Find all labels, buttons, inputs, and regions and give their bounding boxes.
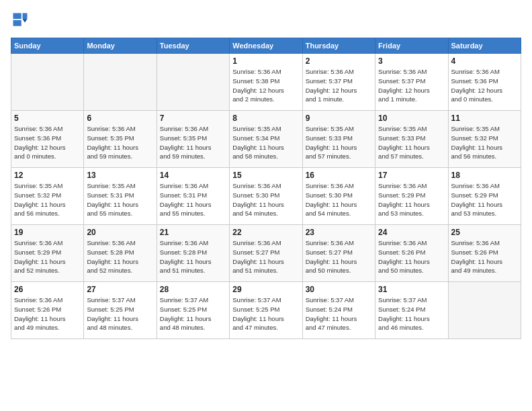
day-number: 23 xyxy=(306,228,372,237)
day-number: 30 xyxy=(306,285,372,294)
calendar-cell: 10Sunrise: 5:35 AMSunset: 5:33 PMDayligh… xyxy=(375,111,448,168)
day-info: Sunrise: 5:36 AMSunset: 5:26 PMDaylight:… xyxy=(378,238,445,275)
weekday-header-tuesday: Tuesday xyxy=(157,38,229,54)
page-header xyxy=(11,11,521,30)
calendar-cell: 22Sunrise: 5:36 AMSunset: 5:27 PMDayligh… xyxy=(230,225,302,282)
day-info: Sunrise: 5:37 AMSunset: 5:25 PMDaylight:… xyxy=(232,295,299,332)
day-number: 8 xyxy=(232,113,299,123)
calendar-cell: 13Sunrise: 5:35 AMSunset: 5:31 PMDayligh… xyxy=(84,168,157,225)
day-number: 9 xyxy=(306,113,372,123)
day-number: 18 xyxy=(451,171,518,180)
weekday-header-friday: Friday xyxy=(375,38,448,54)
week-row-1: 1Sunrise: 5:36 AMSunset: 5:38 PMDaylight… xyxy=(11,54,521,111)
day-info: Sunrise: 5:36 AMSunset: 5:28 PMDaylight:… xyxy=(87,238,153,275)
calendar-cell: 3Sunrise: 5:36 AMSunset: 5:37 PMDaylight… xyxy=(375,54,448,111)
week-row-4: 19Sunrise: 5:36 AMSunset: 5:29 PMDayligh… xyxy=(11,225,521,282)
day-info: Sunrise: 5:35 AMSunset: 5:32 PMDaylight:… xyxy=(14,181,81,218)
calendar-cell: 7Sunrise: 5:36 AMSunset: 5:35 PMDaylight… xyxy=(157,111,229,168)
day-info: Sunrise: 5:36 AMSunset: 5:31 PMDaylight:… xyxy=(160,181,226,218)
day-number: 24 xyxy=(378,228,445,237)
day-info: Sunrise: 5:35 AMSunset: 5:31 PMDaylight:… xyxy=(87,181,153,218)
calendar-cell xyxy=(448,282,521,339)
day-info: Sunrise: 5:36 AMSunset: 5:30 PMDaylight:… xyxy=(306,181,372,218)
weekday-header-monday: Monday xyxy=(84,38,157,54)
day-info: Sunrise: 5:36 AMSunset: 5:38 PMDaylight:… xyxy=(232,67,299,104)
calendar-cell: 30Sunrise: 5:37 AMSunset: 5:24 PMDayligh… xyxy=(302,282,375,339)
calendar-cell xyxy=(157,54,229,111)
calendar-cell: 4Sunrise: 5:36 AMSunset: 5:36 PMDaylight… xyxy=(448,54,521,111)
day-info: Sunrise: 5:36 AMSunset: 5:36 PMDaylight:… xyxy=(451,67,518,104)
calendar-cell: 20Sunrise: 5:36 AMSunset: 5:28 PMDayligh… xyxy=(84,225,157,282)
day-number: 25 xyxy=(451,228,518,237)
svg-marker-1 xyxy=(23,19,28,22)
svg-rect-3 xyxy=(13,20,21,26)
calendar-cell: 16Sunrise: 5:36 AMSunset: 5:30 PMDayligh… xyxy=(302,168,375,225)
day-info: Sunrise: 5:36 AMSunset: 5:26 PMDaylight:… xyxy=(14,295,81,332)
day-number: 5 xyxy=(14,113,81,123)
day-number: 26 xyxy=(14,285,81,294)
calendar-cell: 24Sunrise: 5:36 AMSunset: 5:26 PMDayligh… xyxy=(375,225,448,282)
day-number: 6 xyxy=(87,113,153,123)
day-info: Sunrise: 5:36 AMSunset: 5:30 PMDaylight:… xyxy=(232,181,299,218)
day-info: Sunrise: 5:36 AMSunset: 5:36 PMDaylight:… xyxy=(14,124,81,161)
week-row-3: 12Sunrise: 5:35 AMSunset: 5:32 PMDayligh… xyxy=(11,168,521,225)
calendar-cell: 23Sunrise: 5:36 AMSunset: 5:27 PMDayligh… xyxy=(302,225,375,282)
calendar-cell: 12Sunrise: 5:35 AMSunset: 5:32 PMDayligh… xyxy=(11,168,84,225)
calendar-cell: 26Sunrise: 5:36 AMSunset: 5:26 PMDayligh… xyxy=(11,282,84,339)
weekday-header-thursday: Thursday xyxy=(302,38,375,54)
day-info: Sunrise: 5:37 AMSunset: 5:25 PMDaylight:… xyxy=(87,295,153,332)
logo xyxy=(11,11,32,30)
calendar-cell: 21Sunrise: 5:36 AMSunset: 5:28 PMDayligh… xyxy=(157,225,229,282)
calendar-cell xyxy=(11,54,84,111)
day-number: 17 xyxy=(378,171,445,180)
week-row-2: 5Sunrise: 5:36 AMSunset: 5:36 PMDaylight… xyxy=(11,111,521,168)
weekday-header-sunday: Sunday xyxy=(11,38,84,54)
day-info: Sunrise: 5:36 AMSunset: 5:27 PMDaylight:… xyxy=(232,238,299,275)
day-number: 16 xyxy=(306,171,372,180)
day-info: Sunrise: 5:36 AMSunset: 5:29 PMDaylight:… xyxy=(378,181,445,218)
day-info: Sunrise: 5:36 AMSunset: 5:35 PMDaylight:… xyxy=(160,124,226,161)
calendar-cell: 28Sunrise: 5:37 AMSunset: 5:25 PMDayligh… xyxy=(157,282,229,339)
day-info: Sunrise: 5:35 AMSunset: 5:34 PMDaylight:… xyxy=(232,124,299,161)
day-info: Sunrise: 5:36 AMSunset: 5:29 PMDaylight:… xyxy=(14,238,81,275)
svg-marker-0 xyxy=(23,13,28,19)
svg-rect-2 xyxy=(13,13,21,19)
day-number: 2 xyxy=(306,56,372,66)
day-number: 14 xyxy=(160,171,226,180)
day-info: Sunrise: 5:36 AMSunset: 5:37 PMDaylight:… xyxy=(306,67,372,104)
day-number: 31 xyxy=(378,285,445,294)
day-info: Sunrise: 5:35 AMSunset: 5:33 PMDaylight:… xyxy=(306,124,372,161)
day-number: 7 xyxy=(160,113,226,123)
calendar-cell: 1Sunrise: 5:36 AMSunset: 5:38 PMDaylight… xyxy=(230,54,302,111)
day-number: 13 xyxy=(87,171,153,180)
day-number: 12 xyxy=(14,171,81,180)
weekday-header-wednesday: Wednesday xyxy=(230,38,302,54)
calendar-cell xyxy=(84,54,157,111)
calendar-cell: 27Sunrise: 5:37 AMSunset: 5:25 PMDayligh… xyxy=(84,282,157,339)
calendar-cell: 11Sunrise: 5:35 AMSunset: 5:32 PMDayligh… xyxy=(448,111,521,168)
calendar-cell: 25Sunrise: 5:36 AMSunset: 5:26 PMDayligh… xyxy=(448,225,521,282)
day-number: 28 xyxy=(160,285,226,294)
day-number: 10 xyxy=(378,113,445,123)
day-number: 21 xyxy=(160,228,226,237)
calendar-cell: 15Sunrise: 5:36 AMSunset: 5:30 PMDayligh… xyxy=(230,168,302,225)
day-info: Sunrise: 5:36 AMSunset: 5:28 PMDaylight:… xyxy=(160,238,226,275)
day-info: Sunrise: 5:36 AMSunset: 5:35 PMDaylight:… xyxy=(87,124,153,161)
day-number: 3 xyxy=(378,56,445,66)
day-info: Sunrise: 5:36 AMSunset: 5:37 PMDaylight:… xyxy=(378,67,445,104)
calendar-cell: 18Sunrise: 5:36 AMSunset: 5:29 PMDayligh… xyxy=(448,168,521,225)
calendar-cell: 2Sunrise: 5:36 AMSunset: 5:37 PMDaylight… xyxy=(302,54,375,111)
logo-icon xyxy=(11,11,30,30)
week-row-5: 26Sunrise: 5:36 AMSunset: 5:26 PMDayligh… xyxy=(11,282,521,339)
day-number: 15 xyxy=(232,171,299,180)
weekday-header-saturday: Saturday xyxy=(448,38,521,54)
day-info: Sunrise: 5:37 AMSunset: 5:24 PMDaylight:… xyxy=(378,295,445,332)
day-info: Sunrise: 5:36 AMSunset: 5:29 PMDaylight:… xyxy=(451,181,518,218)
day-number: 19 xyxy=(14,228,81,237)
calendar-cell: 31Sunrise: 5:37 AMSunset: 5:24 PMDayligh… xyxy=(375,282,448,339)
day-number: 27 xyxy=(87,285,153,294)
calendar-cell: 17Sunrise: 5:36 AMSunset: 5:29 PMDayligh… xyxy=(375,168,448,225)
day-info: Sunrise: 5:36 AMSunset: 5:27 PMDaylight:… xyxy=(306,238,372,275)
day-number: 22 xyxy=(232,228,299,237)
day-info: Sunrise: 5:37 AMSunset: 5:25 PMDaylight:… xyxy=(160,295,226,332)
